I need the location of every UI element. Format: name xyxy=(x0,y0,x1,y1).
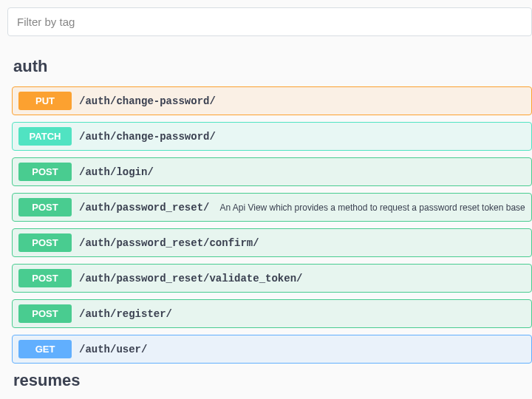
api-docs-container: auth PUT /auth/change-password/ PATCH /a… xyxy=(0,0,532,399)
endpoint-get-user[interactable]: GET /auth/user/ xyxy=(12,335,532,364)
method-badge: POST xyxy=(18,269,72,287)
method-badge: POST xyxy=(18,163,72,181)
endpoint-path: /auth/change-password/ xyxy=(79,131,216,143)
endpoint-post-password-reset[interactable]: POST /auth/password_reset/ An Api View w… xyxy=(12,193,532,222)
endpoint-path: /auth/password_reset/validate_token/ xyxy=(79,273,302,284)
endpoint-path: /auth/password_reset/ xyxy=(79,202,209,214)
section-resumes: resumes xyxy=(7,371,532,390)
endpoint-post-login[interactable]: POST /auth/login/ xyxy=(12,157,532,186)
method-badge: POST xyxy=(18,233,72,252)
endpoint-path: /auth/password_reset/confirm/ xyxy=(79,237,259,249)
endpoint-post-password-reset-validate[interactable]: POST /auth/password_reset/validate_token… xyxy=(12,264,532,293)
endpoint-post-register[interactable]: POST /auth/register/ xyxy=(12,299,532,328)
method-badge: POST xyxy=(18,198,72,216)
section-title-auth[interactable]: auth xyxy=(13,57,532,76)
endpoint-path: /auth/user/ xyxy=(79,344,147,355)
method-badge: PATCH xyxy=(18,127,72,146)
endpoint-description: An Api View which provides a method to r… xyxy=(219,202,525,213)
filter-input[interactable] xyxy=(7,7,532,36)
section-auth: auth PUT /auth/change-password/ PATCH /a… xyxy=(7,57,532,364)
endpoint-patch-change-password[interactable]: PATCH /auth/change-password/ xyxy=(12,122,532,151)
endpoint-post-password-reset-confirm[interactable]: POST /auth/password_reset/confirm/ xyxy=(12,228,532,257)
section-title-resumes[interactable]: resumes xyxy=(13,371,532,390)
endpoint-path: /auth/change-password/ xyxy=(79,95,216,107)
method-badge: POST xyxy=(18,304,72,323)
endpoint-path: /auth/register/ xyxy=(79,308,172,320)
endpoint-put-change-password[interactable]: PUT /auth/change-password/ xyxy=(12,86,532,115)
method-badge: PUT xyxy=(18,92,72,110)
method-badge: GET xyxy=(18,340,72,358)
endpoint-path: /auth/login/ xyxy=(79,166,154,178)
